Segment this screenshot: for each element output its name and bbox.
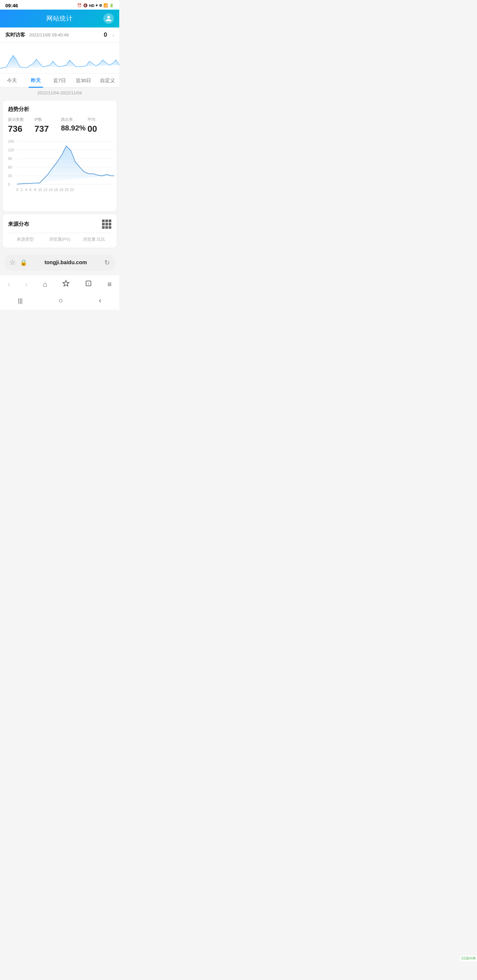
tab-30days[interactable]: 近30日 [72,73,96,87]
stat-value-avg: 00 [88,124,111,134]
svg-text:30: 30 [8,174,12,178]
stat-label-bounce: 跳出率 [61,117,88,123]
alarm-icon: ⏰ [77,3,82,8]
tab-7days[interactable]: 近7日 [48,73,72,87]
lock-icon: 🔒 [20,259,27,266]
hd-indicator: HD [89,4,94,8]
stats-row: 新访客数 736 IP数 737 跳出率 88.92% 平均 00 [8,117,111,134]
svg-text:18: 18 [59,188,63,192]
stat-value-ip: 737 [34,124,61,134]
no-icon: ⊘ [99,3,102,8]
svg-text:4: 4 [25,188,27,192]
battery-icon: 🔋 [109,3,114,8]
source-title: 来源分布 [8,221,29,228]
trend-chart: 150 120 90 60 30 0 0 2 4 6 8 10 12 [8,139,111,206]
forward-button[interactable]: › [22,279,30,290]
url-text[interactable]: tongji.baidu.com [31,259,101,266]
mute-icon: 🔇 [83,3,88,8]
status-icons: ⏰ 🔇 HD ▾ ⊘ 📶 🔋 [77,3,114,8]
realtime-label: 实时访客 [5,32,25,38]
svg-text:0: 0 [8,183,10,186]
tab-today[interactable]: 今天 [0,73,24,87]
trend-card: 趋势分析 新访客数 736 IP数 737 跳出率 88.92% 平均 00 [3,101,116,212]
page-title: 网站统计 [46,14,73,23]
header: 网站统计 [0,10,119,27]
svg-text:14: 14 [49,188,53,192]
menu-button[interactable]: ≡ [105,279,114,290]
stat-avg: 平均 00 [88,117,111,134]
signal-icon: 📶 [103,3,108,8]
android-home-button[interactable]: ○ [59,296,63,305]
svg-text:10: 10 [38,188,42,192]
grid-icon[interactable] [102,220,111,229]
svg-text:16: 16 [54,188,58,192]
url-bar: ☆ 🔒 tongji.baidu.com ↻ [4,254,115,271]
source-col-type: 来源类型 [8,236,42,242]
svg-marker-24 [63,280,69,286]
stat-value-bounce: 88.92% [61,124,88,132]
tab-yesterday[interactable]: 昨天 [24,73,48,87]
android-recent-button[interactable]: ||| [18,298,22,304]
realtime-time: 2022/11/05 09:45:49 [29,32,100,37]
svg-text:6: 6 [29,188,32,192]
wifi-icon: ▾ [96,3,98,8]
stat-new-visitors: 新访客数 736 [8,117,34,134]
source-header: 来源分布 [8,220,111,229]
svg-text:60: 60 [8,165,12,169]
stat-value-new-visitors: 736 [8,124,34,134]
source-table-header: 来源类型 浏览量(PV) 浏览量 比比 [8,233,111,242]
svg-text:12: 12 [43,188,47,192]
realtime-count: 0 [104,32,107,38]
browser-bottom-nav: ‹ › ⌂ 1 ≡ [0,275,119,293]
status-bar: 09:46 ⏰ 🔇 HD ▾ ⊘ 📶 🔋 [0,0,119,10]
svg-text:0: 0 [16,188,18,192]
stat-label-ip: IP数 [34,117,61,123]
tabs-button[interactable]: 1 [82,278,95,290]
stat-label-new-visitors: 新访客数 [8,117,34,123]
period-tabs: 今天 昨天 近7日 近30日 自定义 [0,73,119,88]
trend-title: 趋势分析 [8,106,111,113]
source-col-ratio: 浏览量 比比 [77,236,111,242]
svg-text:2: 2 [21,188,22,192]
source-col-pv: 浏览量(PV) [42,236,77,242]
android-back-button[interactable]: ‹ [99,296,101,305]
back-button[interactable]: ‹ [5,279,13,290]
svg-text:8: 8 [34,188,36,192]
favorite-icon[interactable]: ☆ [9,258,16,267]
android-nav: ||| ○ ‹ [0,293,119,310]
home-button[interactable]: ⌂ [40,279,50,290]
tab-custom[interactable]: 自定义 [96,73,119,87]
svg-text:1: 1 [88,282,89,285]
svg-text:150: 150 [8,139,14,143]
status-time: 09:46 [5,3,18,8]
source-card: 来源分布 来源类型 浏览量(PV) 浏览量 比比 [3,214,116,248]
bookmark-button[interactable] [60,278,72,290]
svg-text:120: 120 [8,148,14,152]
url-bar-wrapper: ☆ 🔒 tongji.baidu.com ↻ [0,250,119,275]
stat-label-avg: 平均 [88,117,111,123]
realtime-bar: 实时访客 2022/11/05 09:45:49 0 › [0,27,119,43]
sparkline-chart [0,43,119,73]
realtime-arrow: › [112,32,114,38]
date-range: 2022/11/04-2022/11/04 [0,88,119,98]
svg-text:22: 22 [70,188,74,192]
svg-text:20: 20 [65,188,69,192]
svg-text:90: 90 [8,157,12,161]
avatar-button[interactable] [103,13,114,24]
reload-icon[interactable]: ↻ [104,259,110,267]
stat-bounce: 跳出率 88.92% [61,117,88,134]
stat-ip: IP数 737 [34,117,61,134]
